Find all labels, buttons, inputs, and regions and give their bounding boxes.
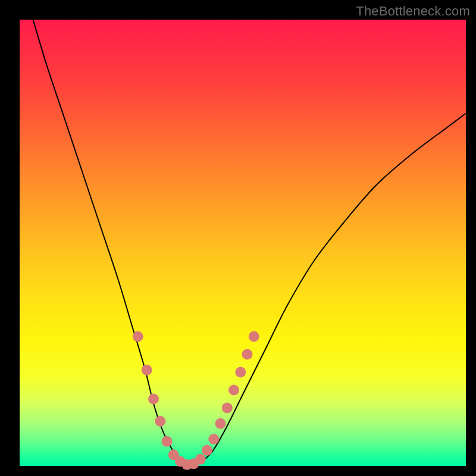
marker-dot [249, 331, 259, 342]
marker-dot [242, 349, 253, 360]
marker-dot [202, 445, 212, 456]
marker-dot [222, 403, 233, 414]
marker-dot [155, 416, 165, 427]
marker-dot [208, 434, 219, 444]
marker-dot [215, 418, 226, 429]
marker-dot [195, 454, 206, 465]
bottleneck-curve [33, 20, 466, 466]
curve-layer [20, 20, 466, 466]
watermark-text: TheBottleneck.com [356, 4, 470, 19]
marker-dot [235, 367, 246, 378]
marker-dot [133, 331, 143, 342]
marker-dot [148, 394, 159, 405]
marker-dot [142, 365, 152, 375]
curve-path [33, 20, 466, 466]
chart-frame: TheBottleneck.com [0, 0, 476, 476]
marker-dot [162, 436, 173, 447]
marker-dot [228, 385, 239, 396]
